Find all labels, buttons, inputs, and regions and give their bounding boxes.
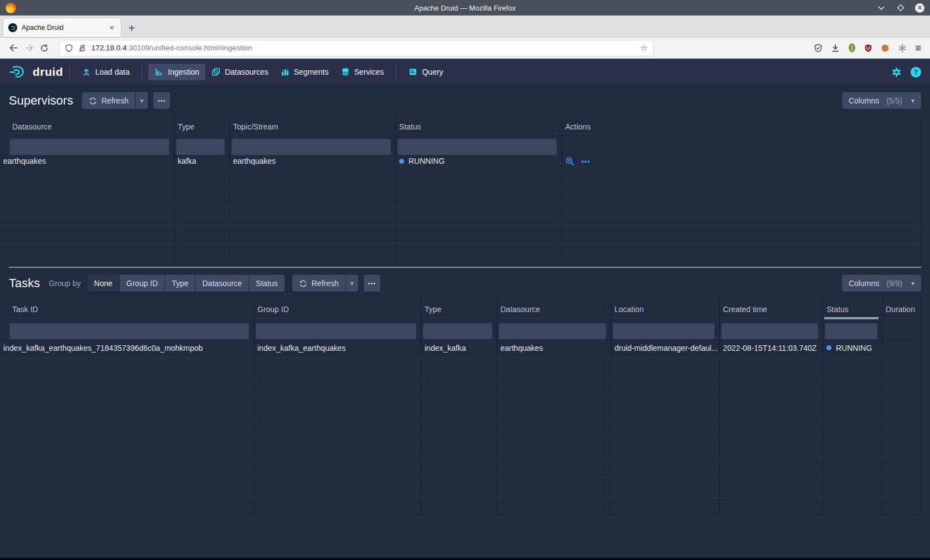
supervisor-status: RUNNING <box>396 152 562 170</box>
nav-item-query[interactable]: Query <box>402 64 449 80</box>
nav-item-segments[interactable]: Segments <box>275 64 335 80</box>
tracking-shield-icon[interactable] <box>65 44 73 53</box>
url-path: :30109/unified-console.html#ingestion <box>127 44 252 52</box>
status-dot-icon <box>399 159 404 164</box>
column-header-type[interactable]: Type <box>174 116 230 137</box>
segments-icon <box>281 68 290 76</box>
settings-gear-icon[interactable] <box>891 67 902 77</box>
row-more-icon[interactable]: ••• <box>581 157 591 165</box>
refresh-icon <box>89 97 97 105</box>
more-icon: ••• <box>158 97 166 104</box>
ublock-shield-icon[interactable] <box>864 44 872 53</box>
nav-item-load-data[interactable]: Load data <box>76 64 136 80</box>
caret-down-icon: ▾ <box>350 279 354 287</box>
supervisor-row[interactable]: earthquakes kafka earthquakes RUNNING ••… <box>0 152 921 170</box>
empty-row <box>0 478 921 497</box>
shield-check-icon[interactable] <box>814 44 823 53</box>
nav-item-label: Services <box>354 68 384 76</box>
more-icon: ••• <box>368 280 376 287</box>
empty-row <box>0 207 921 225</box>
new-tab-button[interactable]: + <box>128 22 135 34</box>
reload-button[interactable] <box>37 40 52 56</box>
column-header-created-time[interactable]: Created time <box>720 298 823 319</box>
group-by-status-button[interactable]: Status <box>249 275 285 292</box>
supervisor-topic-stream: earthquakes <box>230 152 396 170</box>
supervisors-columns-button[interactable]: Columns(5/5)▾ <box>842 92 921 109</box>
task-created-time: 2022-08-15T14:11:03.740Z <box>720 338 823 357</box>
nav-item-datasources[interactable]: Datasources <box>205 64 275 80</box>
window-bottom-edge <box>0 558 930 560</box>
task-row[interactable]: index_kafka_earthquakes_7184357396d6c0a_… <box>0 338 921 358</box>
status-label: RUNNING <box>409 157 445 165</box>
group-by-none-button[interactable]: None <box>87 275 119 292</box>
supervisors-table: Datasource Type Topic/Stream Status Acti… <box>0 116 930 262</box>
group-by-label: Group by <box>49 279 81 288</box>
filter-task-id-input[interactable] <box>9 323 249 339</box>
downloads-icon[interactable] <box>831 44 840 53</box>
tasks-refresh-button[interactable]: Refresh <box>292 275 345 292</box>
query-icon <box>409 68 417 76</box>
empty-row <box>0 170 921 189</box>
menu-hamburger-icon[interactable]: ≡ <box>915 42 921 54</box>
filter-datasource-input[interactable] <box>499 323 606 339</box>
nav-item-services[interactable]: Services <box>335 64 390 80</box>
navbar-divider <box>69 66 70 78</box>
filter-type-input[interactable] <box>423 323 492 339</box>
column-header-type[interactable]: Type <box>421 298 497 319</box>
empty-row <box>0 458 921 478</box>
window-close-button[interactable]: × <box>915 3 924 13</box>
nav-item-label: Datasources <box>225 68 268 76</box>
help-icon[interactable]: ? <box>911 67 921 77</box>
column-header-group-id[interactable]: Group ID <box>254 298 421 319</box>
column-header-datasource[interactable]: Datasource <box>0 116 174 137</box>
column-header-location[interactable]: Location <box>611 298 720 319</box>
window-maximize-button[interactable] <box>896 3 906 13</box>
nav-item-ingestion[interactable]: Ingestion <box>148 64 205 80</box>
status-dot-icon <box>826 345 831 350</box>
tasks-more-button[interactable]: ••• <box>364 275 380 292</box>
tasks-refresh-caret-button[interactable]: ▾ <box>345 275 358 292</box>
group-by-button-group: None Group ID Type Datasource Status <box>87 275 285 292</box>
nav-item-label: Query <box>422 68 443 76</box>
column-header-status[interactable]: Status <box>396 116 562 137</box>
supervisors-refresh-button[interactable]: Refresh <box>82 92 135 109</box>
tasks-columns-button[interactable]: Columns(9/9)▾ <box>842 275 921 292</box>
group-by-type-button[interactable]: Type <box>165 275 195 292</box>
bookmark-star-icon[interactable]: ☆ <box>640 43 648 53</box>
view-payload-icon[interactable] <box>565 157 575 166</box>
group-by-datasource-button[interactable]: Datasource <box>195 275 249 292</box>
druid-logo-icon <box>9 65 29 79</box>
task-datasource: earthquakes <box>497 338 611 357</box>
colorful-asterisk-icon[interactable] <box>898 44 907 53</box>
tab-close-icon[interactable]: × <box>108 23 116 32</box>
filter-status-input[interactable] <box>825 323 877 339</box>
window-minimize-button[interactable] <box>876 3 886 13</box>
column-header-task-id[interactable]: Task ID <box>0 298 254 319</box>
filter-location-input[interactable] <box>613 323 715 339</box>
filter-created-time-input[interactable] <box>721 323 818 339</box>
url-text[interactable]: 172.18.0.4:30109/unified-console.html#in… <box>91 44 636 52</box>
caret-down-icon: ▾ <box>911 279 914 287</box>
supervisors-refresh-caret-button[interactable]: ▾ <box>135 92 148 109</box>
forward-button[interactable] <box>21 40 37 56</box>
group-by-group-id-button[interactable]: Group ID <box>120 275 164 292</box>
supervisors-more-button[interactable]: ••• <box>153 92 170 109</box>
back-button[interactable] <box>6 40 21 56</box>
empty-row <box>0 497 921 517</box>
cookie-icon[interactable] <box>881 44 890 53</box>
column-header-datasource[interactable]: Datasource <box>497 298 611 319</box>
filter-group-id-input[interactable] <box>256 323 416 339</box>
nav-item-label: Segments <box>294 68 329 76</box>
caret-down-icon: ▾ <box>911 97 914 105</box>
insecure-lock-icon[interactable] <box>78 44 86 53</box>
supervisor-type: kafka <box>174 152 230 170</box>
column-header-status[interactable]: Status <box>823 298 882 319</box>
extension-green-icon[interactable] <box>848 43 856 53</box>
column-header-actions[interactable]: Actions <box>562 116 921 137</box>
task-type: index_kafka <box>421 338 497 357</box>
druid-brand[interactable]: druid <box>9 65 63 79</box>
url-bar[interactable]: 172.18.0.4:30109/unified-console.html#in… <box>59 40 654 56</box>
column-header-topic-stream[interactable]: Topic/Stream <box>230 116 396 137</box>
browser-tab[interactable]: Apache Druid × <box>3 18 121 37</box>
column-header-duration[interactable]: Duration <box>882 298 921 319</box>
